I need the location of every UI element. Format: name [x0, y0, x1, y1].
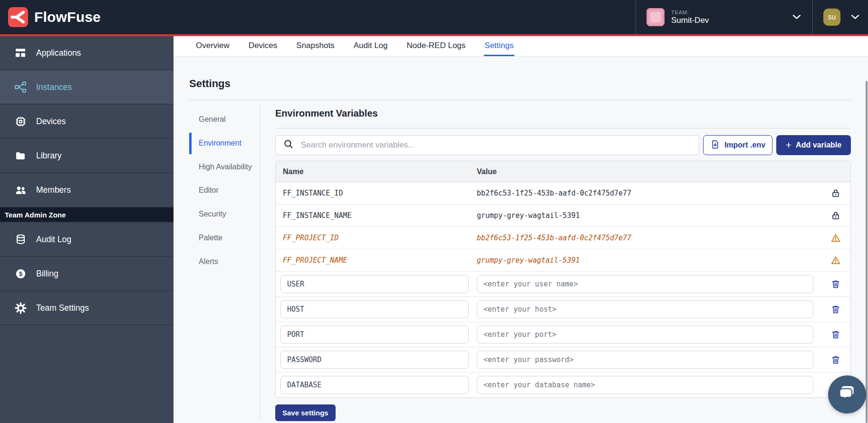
- sidebar-item-label: Team Settings: [36, 303, 89, 313]
- table-header: Name Value: [276, 161, 850, 182]
- var-value-input[interactable]: [477, 376, 813, 394]
- sidebar-item-label: Members: [36, 185, 71, 195]
- sidebar-item-applications[interactable]: Applications: [0, 36, 174, 70]
- warning-icon: [821, 233, 850, 243]
- team-admin-zone-label: Team Admin Zone: [0, 207, 174, 223]
- var-name: FF_INSTANCE_NAME: [276, 211, 477, 220]
- search-input[interactable]: [300, 140, 692, 150]
- var-value-input[interactable]: [477, 325, 813, 344]
- sidebar-item-label: Billing: [36, 269, 58, 279]
- sidebar-item-audit-log[interactable]: Audit Log: [0, 223, 174, 257]
- var-value: grumpy-grey-wagtail-5391: [477, 256, 821, 265]
- add-variable-button[interactable]: + Add variable: [776, 135, 851, 155]
- save-settings-button[interactable]: Save settings: [275, 404, 336, 421]
- var-value: bb2f6c53-1f25-453b-aafd-0c2f475d7e77: [477, 189, 821, 197]
- subnav-item-palette[interactable]: Palette: [189, 227, 260, 249]
- brand[interactable]: FlowFuse: [0, 7, 101, 27]
- table-row-editable: [276, 322, 850, 347]
- table-row-editable: [276, 272, 850, 297]
- import-env-button[interactable]: Import .env: [703, 135, 772, 155]
- environment-toolbar: Import .env + Add variable: [275, 135, 851, 155]
- topbar-right: TEAM: Sumit-Dev su: [636, 0, 868, 34]
- table-row-editable: [276, 373, 850, 397]
- import-icon: [710, 139, 720, 151]
- sidebar-item-billing[interactable]: $ Billing: [0, 257, 174, 291]
- sidebar-item-team-settings[interactable]: Team Settings: [0, 291, 174, 325]
- environment-divider: [275, 128, 851, 128]
- subnav-item-editor[interactable]: Editor: [189, 180, 260, 201]
- billing-dollar-icon: $: [14, 267, 27, 280]
- team-name: Sumit-Dev: [671, 16, 709, 25]
- instances-icon: [14, 81, 27, 93]
- environment-heading: Environment Variables: [275, 108, 851, 119]
- table-row: FF_INSTANCE_ID bb2f6c53-1f25-453b-aafd-0…: [276, 182, 850, 205]
- var-name: FF_PROJECT_ID: [276, 234, 477, 242]
- column-header-name: Name: [276, 167, 477, 176]
- trash-icon[interactable]: [821, 354, 850, 365]
- members-icon: [14, 184, 27, 196]
- env-variables-table: Name Value FF_INSTANCE_ID bb2f6c53-1f25-…: [275, 161, 851, 398]
- trash-icon[interactable]: [821, 329, 850, 340]
- instance-tabbar: Overview Devices Snapshots Audit Log Nod…: [174, 36, 868, 57]
- tab-overview[interactable]: Overview: [195, 36, 230, 56]
- var-name: FF_PROJECT_NAME: [276, 256, 477, 265]
- var-name-input[interactable]: [280, 300, 469, 318]
- lock-icon: [821, 188, 850, 198]
- trash-icon[interactable]: [821, 279, 850, 289]
- user-avatar[interactable]: su: [823, 9, 840, 26]
- tab-audit-log[interactable]: Audit Log: [353, 36, 388, 56]
- sidebar-item-label: Devices: [36, 117, 66, 127]
- audit-log-database-icon: [14, 233, 27, 246]
- var-name-input[interactable]: [280, 376, 469, 394]
- sidebar-item-label: Applications: [36, 48, 81, 58]
- var-value-input[interactable]: [477, 351, 813, 369]
- trash-icon[interactable]: [821, 304, 850, 315]
- var-value-input[interactable]: [477, 275, 813, 293]
- var-name-input[interactable]: [280, 351, 469, 369]
- tab-devices[interactable]: Devices: [248, 36, 278, 56]
- sidebar-item-label: Audit Log: [36, 235, 71, 245]
- var-name-input[interactable]: [280, 275, 469, 293]
- table-row-editable: [276, 347, 850, 373]
- search-box: [275, 135, 699, 155]
- table-row: FF_INSTANCE_NAME grumpy-grey-wagtail-539…: [276, 205, 850, 227]
- team-kicker: TEAM:: [671, 10, 709, 16]
- subnav-item-high-availability[interactable]: High Availability: [189, 157, 260, 178]
- tab-snapshots[interactable]: Snapshots: [296, 36, 335, 56]
- var-value-input[interactable]: [477, 300, 813, 318]
- flowfuse-logo-icon: [8, 7, 28, 27]
- var-name: FF_INSTANCE_ID: [276, 189, 477, 197]
- team-switcher[interactable]: TEAM: Sumit-Dev: [636, 0, 812, 34]
- sidebar-item-members[interactable]: Members: [0, 173, 174, 207]
- gear-icon: [14, 302, 27, 314]
- user-menu[interactable]: su: [812, 0, 868, 34]
- applications-icon: [14, 47, 27, 59]
- sidebar-item-library[interactable]: Library: [0, 139, 174, 173]
- plus-icon: +: [786, 140, 791, 150]
- tab-settings[interactable]: Settings: [484, 36, 514, 56]
- subnav-item-alerts[interactable]: Alerts: [189, 251, 260, 273]
- devices-icon: [14, 115, 27, 128]
- sidebar-item-instances[interactable]: Instances: [0, 70, 174, 105]
- table-row-deprecated: FF_PROJECT_ID bb2f6c53-1f25-453b-aafd-0c…: [276, 227, 850, 249]
- column-header-value: Value: [477, 167, 821, 176]
- tab-node-red-logs[interactable]: Node-RED Logs: [406, 36, 466, 56]
- team-chevron-down-icon[interactable]: [792, 13, 801, 21]
- subnav-item-general[interactable]: General: [189, 109, 260, 130]
- main-area: Overview Devices Snapshots Audit Log Nod…: [174, 36, 868, 423]
- top-bar: FlowFuse TEAM: Sumit-Dev su: [0, 0, 868, 34]
- sidebar-item-label: Instances: [36, 82, 72, 92]
- subnav-item-environment[interactable]: Environment: [189, 133, 260, 154]
- warning-icon: [821, 255, 850, 266]
- table-row-deprecated: FF_PROJECT_NAME grumpy-grey-wagtail-5391: [276, 249, 850, 272]
- library-folder-icon: [14, 149, 27, 162]
- subnav-item-security[interactable]: Security: [189, 204, 260, 225]
- chat-widget-button[interactable]: [828, 375, 866, 413]
- chat-icon: [837, 383, 858, 406]
- var-name-input[interactable]: [280, 325, 469, 344]
- scrollbar-thumb[interactable]: [866, 81, 868, 423]
- svg-text:$: $: [19, 270, 22, 277]
- sidebar-item-devices[interactable]: Devices: [0, 105, 174, 139]
- user-chevron-down-icon[interactable]: [851, 13, 859, 21]
- sidebar-item-label: Library: [36, 151, 62, 161]
